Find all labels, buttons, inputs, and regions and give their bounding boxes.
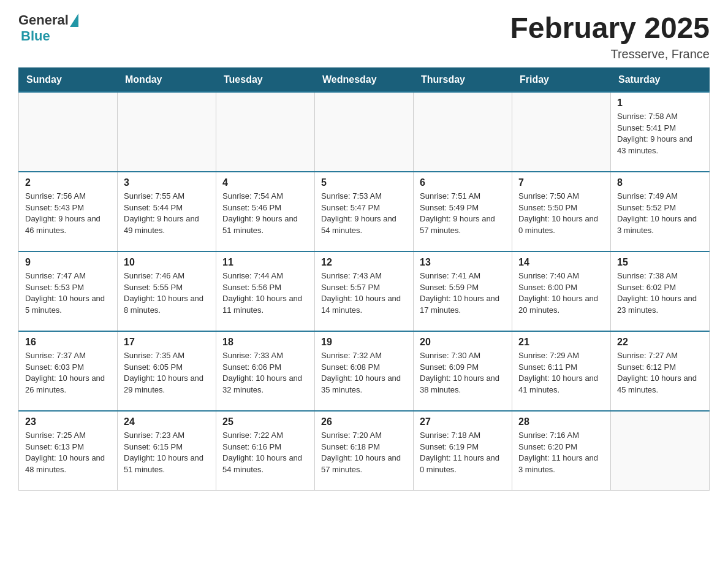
- day-number: 25: [222, 416, 308, 427]
- day-number: 12: [321, 257, 407, 268]
- header-sunday: Sunday: [19, 67, 118, 92]
- table-row: 14Sunrise: 7:40 AM Sunset: 6:00 PM Dayli…: [512, 251, 611, 331]
- table-row: [118, 92, 216, 172]
- weekday-header-row: Sunday Monday Tuesday Wednesday Thursday…: [19, 67, 710, 92]
- table-row: 2Sunrise: 7:56 AM Sunset: 5:43 PM Daylig…: [19, 172, 118, 251]
- day-number: 27: [420, 416, 506, 427]
- table-row: [216, 92, 315, 172]
- header-saturday: Saturday: [611, 67, 710, 92]
- day-info: Sunrise: 7:55 AM Sunset: 5:44 PM Dayligh…: [124, 191, 210, 237]
- day-number: 8: [617, 177, 703, 188]
- day-number: 26: [321, 416, 407, 427]
- table-row: 20Sunrise: 7:30 AM Sunset: 6:09 PM Dayli…: [414, 331, 512, 411]
- table-row: [611, 411, 710, 491]
- day-info: Sunrise: 7:23 AM Sunset: 6:15 PM Dayligh…: [124, 430, 210, 476]
- calendar-table: Sunday Monday Tuesday Wednesday Thursday…: [18, 67, 710, 491]
- day-number: 13: [420, 257, 506, 268]
- table-row: 5Sunrise: 7:53 AM Sunset: 5:47 PM Daylig…: [315, 172, 414, 251]
- logo-general-text: General: [18, 12, 69, 28]
- day-info: Sunrise: 7:40 AM Sunset: 6:00 PM Dayligh…: [518, 270, 604, 316]
- day-info: Sunrise: 7:44 AM Sunset: 5:56 PM Dayligh…: [222, 270, 308, 316]
- table-row: 17Sunrise: 7:35 AM Sunset: 6:05 PM Dayli…: [118, 331, 216, 411]
- header-friday: Friday: [512, 67, 611, 92]
- calendar-week-row: 23Sunrise: 7:25 AM Sunset: 6:13 PM Dayli…: [19, 411, 710, 491]
- day-number: 1: [617, 98, 703, 109]
- day-number: 10: [124, 257, 210, 268]
- day-info: Sunrise: 7:37 AM Sunset: 6:03 PM Dayligh…: [25, 350, 111, 396]
- day-info: Sunrise: 7:41 AM Sunset: 5:59 PM Dayligh…: [420, 270, 506, 316]
- table-row: 15Sunrise: 7:38 AM Sunset: 6:02 PM Dayli…: [611, 251, 710, 331]
- day-info: Sunrise: 7:43 AM Sunset: 5:57 PM Dayligh…: [321, 270, 407, 316]
- table-row: 9Sunrise: 7:47 AM Sunset: 5:53 PM Daylig…: [19, 251, 118, 331]
- title-section: February 2025 Tresserve, France: [510, 12, 710, 61]
- day-info: Sunrise: 7:53 AM Sunset: 5:47 PM Dayligh…: [321, 191, 407, 237]
- day-number: 2: [25, 177, 111, 188]
- day-info: Sunrise: 7:30 AM Sunset: 6:09 PM Dayligh…: [420, 350, 506, 396]
- subtitle: Tresserve, France: [510, 47, 710, 61]
- day-info: Sunrise: 7:35 AM Sunset: 6:05 PM Dayligh…: [124, 350, 210, 396]
- day-info: Sunrise: 7:33 AM Sunset: 6:06 PM Dayligh…: [222, 350, 308, 396]
- day-number: 17: [124, 337, 210, 348]
- table-row: 27Sunrise: 7:18 AM Sunset: 6:19 PM Dayli…: [414, 411, 512, 491]
- day-info: Sunrise: 7:16 AM Sunset: 6:20 PM Dayligh…: [518, 430, 604, 476]
- table-row: 11Sunrise: 7:44 AM Sunset: 5:56 PM Dayli…: [216, 251, 315, 331]
- day-number: 6: [420, 177, 506, 188]
- day-number: 7: [518, 177, 604, 188]
- header-tuesday: Tuesday: [216, 67, 315, 92]
- day-number: 20: [420, 337, 506, 348]
- table-row: 21Sunrise: 7:29 AM Sunset: 6:11 PM Dayli…: [512, 331, 611, 411]
- calendar-week-row: 16Sunrise: 7:37 AM Sunset: 6:03 PM Dayli…: [19, 331, 710, 411]
- table-row: 23Sunrise: 7:25 AM Sunset: 6:13 PM Dayli…: [19, 411, 118, 491]
- table-row: [414, 92, 512, 172]
- day-info: Sunrise: 7:32 AM Sunset: 6:08 PM Dayligh…: [321, 350, 407, 396]
- day-number: 11: [222, 257, 308, 268]
- day-info: Sunrise: 7:25 AM Sunset: 6:13 PM Dayligh…: [25, 430, 111, 476]
- day-info: Sunrise: 7:49 AM Sunset: 5:52 PM Dayligh…: [617, 191, 703, 237]
- day-info: Sunrise: 7:29 AM Sunset: 6:11 PM Dayligh…: [518, 350, 604, 396]
- page-header: General Blue February 2025 Tresserve, Fr…: [18, 12, 710, 61]
- day-number: 16: [25, 337, 111, 348]
- day-number: 4: [222, 177, 308, 188]
- day-info: Sunrise: 7:50 AM Sunset: 5:50 PM Dayligh…: [518, 191, 604, 237]
- table-row: 26Sunrise: 7:20 AM Sunset: 6:18 PM Dayli…: [315, 411, 414, 491]
- table-row: 18Sunrise: 7:33 AM Sunset: 6:06 PM Dayli…: [216, 331, 315, 411]
- table-row: 13Sunrise: 7:41 AM Sunset: 5:59 PM Dayli…: [414, 251, 512, 331]
- calendar-week-row: 2Sunrise: 7:56 AM Sunset: 5:43 PM Daylig…: [19, 172, 710, 251]
- day-number: 28: [518, 416, 604, 427]
- table-row: 10Sunrise: 7:46 AM Sunset: 5:55 PM Dayli…: [118, 251, 216, 331]
- day-info: Sunrise: 7:27 AM Sunset: 6:12 PM Dayligh…: [617, 350, 703, 396]
- day-number: 21: [518, 337, 604, 348]
- calendar-week-row: 9Sunrise: 7:47 AM Sunset: 5:53 PM Daylig…: [19, 251, 710, 331]
- logo: General Blue: [18, 12, 80, 44]
- table-row: 1Sunrise: 7:58 AM Sunset: 5:41 PM Daylig…: [611, 92, 710, 172]
- table-row: [19, 92, 118, 172]
- day-number: 22: [617, 337, 703, 348]
- logo-triangle-icon: [70, 13, 78, 27]
- table-row: 4Sunrise: 7:54 AM Sunset: 5:46 PM Daylig…: [216, 172, 315, 251]
- day-info: Sunrise: 7:56 AM Sunset: 5:43 PM Dayligh…: [25, 191, 111, 237]
- logo-blue-text: Blue: [21, 28, 50, 44]
- day-number: 23: [25, 416, 111, 427]
- header-monday: Monday: [118, 67, 216, 92]
- table-row: 6Sunrise: 7:51 AM Sunset: 5:49 PM Daylig…: [414, 172, 512, 251]
- table-row: [315, 92, 414, 172]
- table-row: 24Sunrise: 7:23 AM Sunset: 6:15 PM Dayli…: [118, 411, 216, 491]
- header-wednesday: Wednesday: [315, 67, 414, 92]
- day-info: Sunrise: 7:58 AM Sunset: 5:41 PM Dayligh…: [617, 111, 703, 157]
- table-row: 12Sunrise: 7:43 AM Sunset: 5:57 PM Dayli…: [315, 251, 414, 331]
- day-info: Sunrise: 7:20 AM Sunset: 6:18 PM Dayligh…: [321, 430, 407, 476]
- table-row: 16Sunrise: 7:37 AM Sunset: 6:03 PM Dayli…: [19, 331, 118, 411]
- day-info: Sunrise: 7:47 AM Sunset: 5:53 PM Dayligh…: [25, 270, 111, 316]
- table-row: 22Sunrise: 7:27 AM Sunset: 6:12 PM Dayli…: [611, 331, 710, 411]
- table-row: 28Sunrise: 7:16 AM Sunset: 6:20 PM Dayli…: [512, 411, 611, 491]
- day-number: 24: [124, 416, 210, 427]
- header-thursday: Thursday: [414, 67, 512, 92]
- table-row: 25Sunrise: 7:22 AM Sunset: 6:16 PM Dayli…: [216, 411, 315, 491]
- day-info: Sunrise: 7:51 AM Sunset: 5:49 PM Dayligh…: [420, 191, 506, 237]
- day-number: 5: [321, 177, 407, 188]
- day-info: Sunrise: 7:22 AM Sunset: 6:16 PM Dayligh…: [222, 430, 308, 476]
- table-row: 3Sunrise: 7:55 AM Sunset: 5:44 PM Daylig…: [118, 172, 216, 251]
- day-info: Sunrise: 7:54 AM Sunset: 5:46 PM Dayligh…: [222, 191, 308, 237]
- day-number: 9: [25, 257, 111, 268]
- day-number: 15: [617, 257, 703, 268]
